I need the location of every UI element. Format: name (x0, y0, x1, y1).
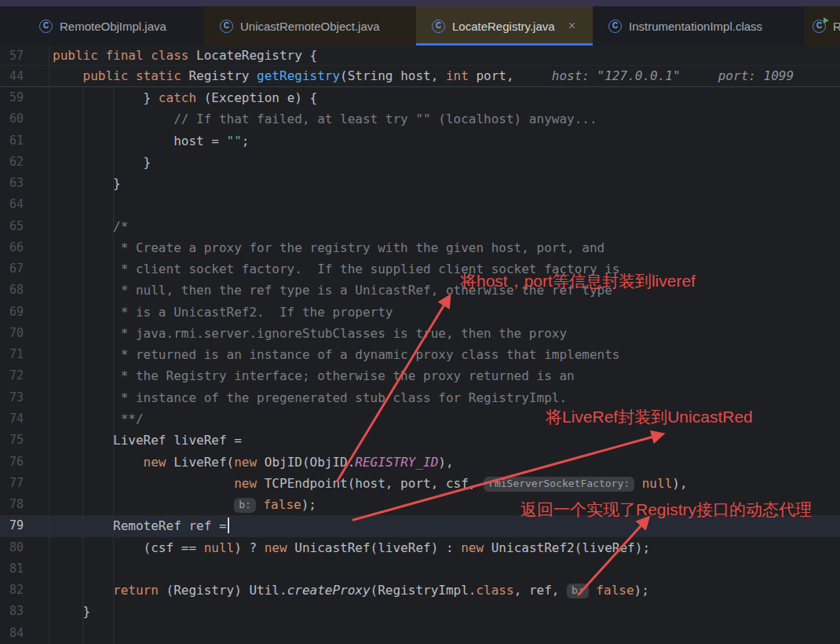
code-line[interactable]: 64 (0, 194, 840, 215)
code-line[interactable]: 76 new LiveRef(new ObjID(ObjID.REGISTRY_… (0, 452, 840, 473)
text-caret (228, 518, 229, 533)
gutter-separator (49, 46, 49, 644)
code-text: } (53, 601, 90, 622)
code-line[interactable]: 75 LiveRef liveRef = (0, 430, 840, 451)
code-text: (csf == null) ? new UnicastRef(liveRef) … (53, 537, 650, 558)
code-line[interactable]: 82 return (Registry) Util.createProxy(Re… (0, 580, 840, 601)
code-text: // If that failed, at least try "" (loca… (53, 108, 597, 130)
code-text: public static Registry getRegistry(Strin… (53, 66, 794, 86)
sticky-code-line[interactable]: 44 public static Registry getRegistry(St… (0, 66, 840, 86)
code-line[interactable]: 77 new TCPEndpoint(host, port, csf, rmiS… (0, 473, 840, 494)
code-text: * instance of the pregenerated stub clas… (53, 387, 567, 408)
line-number[interactable]: 78 (0, 494, 24, 515)
parameter-hint: b: (234, 498, 256, 513)
code-text: host = ""; (53, 130, 249, 152)
line-number[interactable]: 73 (0, 387, 24, 408)
line-number[interactable]: 75 (0, 430, 24, 451)
code-text: * the Registry interface; otherwise the … (53, 365, 575, 386)
tab-label: UnicastRemoteObject.java (240, 20, 380, 33)
run-class-icon: C (813, 20, 826, 33)
code-line[interactable]: 72 * the Registry interface; otherwise t… (0, 365, 840, 386)
code-line[interactable]: 81 (0, 558, 840, 580)
code-text: public final class LocateRegistry { (53, 46, 317, 65)
line-number[interactable]: 69 (0, 302, 24, 323)
line-number[interactable]: 80 (0, 537, 24, 558)
annotation-2: 将LiveRef封装到UnicastRed (546, 406, 753, 428)
code-text: **/ (53, 408, 144, 430)
title-bar (0, 0, 840, 6)
line-number[interactable]: 76 (0, 452, 24, 473)
ide-window: CRemoteObjImpl.javaCUnicastRemoteObject.… (0, 0, 840, 644)
code-line[interactable]: 84 (0, 623, 840, 644)
line-number[interactable]: 60 (0, 108, 24, 130)
line-number[interactable]: 77 (0, 473, 24, 494)
code-line[interactable]: 66 * Create a proxy for the registry wit… (0, 237, 840, 258)
line-number[interactable]: 63 (0, 173, 24, 194)
annotation-3: 返回一个实现了Registry接口的动态代理 (520, 499, 812, 521)
class-icon: C (432, 20, 445, 33)
code-line[interactable]: 71 * returned is an instance of a dynami… (0, 344, 840, 365)
line-number[interactable]: 79 (0, 515, 24, 536)
code-line[interactable]: 59 } catch (Exception e) { (0, 87, 840, 108)
line-number[interactable]: 44 (0, 66, 24, 86)
code-line[interactable]: 67 * client socket factory. If the suppl… (0, 258, 840, 280)
line-number[interactable]: 72 (0, 365, 24, 386)
tab-unicastremoteobject-java[interactable]: CUnicastRemoteObject.java (204, 6, 416, 46)
code-text: * Create a proxy for the registry with t… (53, 237, 604, 258)
code-text: /* (53, 216, 128, 237)
code-text: * java.rmi.server.ignoreStubClasses is t… (53, 323, 567, 344)
tab-remoteobjimpl-java[interactable]: CRemoteObjImpl.java (24, 6, 204, 46)
line-number[interactable]: 70 (0, 323, 24, 344)
code-line[interactable]: 60 // If that failed, at least try "" (l… (0, 108, 840, 130)
class-icon: C (608, 20, 622, 33)
line-number[interactable]: 64 (0, 194, 24, 215)
parameter-hint: b: (567, 584, 589, 598)
sticky-lines-panel: 57public final class LocateRegistry {44 … (0, 46, 840, 87)
line-number[interactable]: 82 (0, 580, 24, 601)
tab-bar: CRemoteObjImpl.javaCUnicastRemoteObject.… (0, 6, 840, 46)
debugger-inline-value: host: "127.0.0.1" (552, 68, 681, 83)
tab-label: LocateRegistry.java (452, 20, 555, 33)
line-number[interactable]: 83 (0, 601, 24, 622)
line-number[interactable]: 59 (0, 87, 24, 108)
line-number[interactable]: 81 (0, 558, 24, 580)
line-number[interactable]: 65 (0, 216, 24, 237)
code-line[interactable]: 61 host = ""; (0, 130, 840, 152)
code-text: b: false); (53, 494, 316, 515)
line-number[interactable]: 84 (0, 623, 24, 644)
line-number[interactable]: 61 (0, 130, 24, 152)
code-text: } catch (Exception e) { (53, 87, 317, 108)
code-text: new LiveRef(new ObjID(ObjID.REGISTRY_ID)… (53, 452, 454, 473)
line-number[interactable]: 71 (0, 344, 24, 365)
line-number[interactable]: 66 (0, 237, 24, 258)
sticky-code-line[interactable]: 57public final class LocateRegistry { (0, 46, 840, 66)
code-line[interactable]: 69 * is a UnicastRef2. If the property (0, 302, 840, 323)
code-line[interactable]: 70 * java.rmi.server.ignoreStubClasses i… (0, 323, 840, 344)
code-line[interactable]: 63 } (0, 173, 840, 194)
tab-instrumentationimpl-class[interactable]: CInstrumentationImpl.class (593, 6, 805, 46)
code-text: return (Registry) Util.createProxy(Regis… (53, 580, 649, 601)
code-text: * is a UnicastRef2. If the property (53, 302, 393, 323)
code-line[interactable]: 68 * null, then the ref type is a Unicas… (0, 280, 840, 301)
code-text: * returned is an instance of a dynamic p… (53, 344, 619, 365)
close-icon[interactable]: × (568, 20, 575, 32)
code-line[interactable]: 80 (csf == null) ? new UnicastRef(liveRe… (0, 537, 840, 558)
code-line[interactable]: 83 } (0, 601, 840, 622)
tab-locateregistry-java[interactable]: CLocateRegistry.java× (416, 6, 593, 46)
line-number[interactable]: 57 (0, 46, 24, 65)
parameter-hint: rmiServerSocketFactory: (484, 477, 634, 492)
tab-r[interactable]: CR (805, 6, 840, 46)
code-text: } (53, 173, 121, 194)
code-text: RemoteRef ref = (53, 515, 229, 536)
line-number[interactable]: 62 (0, 152, 24, 173)
code-text: LiveRef liveRef = (53, 430, 242, 451)
line-number[interactable]: 74 (0, 408, 24, 430)
code-editor[interactable]: 59 } catch (Exception e) {60 // If that … (0, 87, 840, 644)
code-line[interactable]: 62 } (0, 152, 840, 173)
line-number[interactable]: 68 (0, 280, 24, 301)
class-icon: C (220, 20, 233, 33)
code-text: new TCPEndpoint(host, port, csf, rmiServ… (53, 473, 688, 494)
line-number[interactable]: 67 (0, 258, 24, 280)
code-line[interactable]: 65 /* (0, 216, 840, 237)
code-line[interactable]: 73 * instance of the pregenerated stub c… (0, 387, 840, 408)
